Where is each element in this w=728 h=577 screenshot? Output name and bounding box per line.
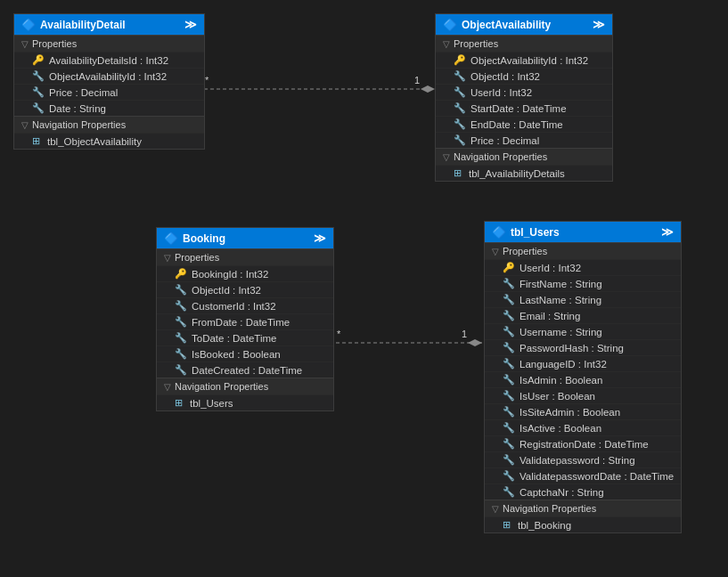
prop-row-todate: 🔧 ToDate : DateTime	[157, 329, 333, 345]
key-icon-bookingid: 🔑	[175, 268, 187, 280]
entity-header-booking: 🔷 Booking ≫	[157, 228, 333, 248]
prop-icon-validatepassworddate: 🔧	[503, 470, 515, 482]
key-icon-objectavailabilityid-oa: 🔑	[454, 54, 466, 66]
prop-icon-languageid: 🔧	[503, 358, 515, 370]
prop-row-validatepassword: 🔧 Validatepassword : String	[485, 451, 681, 467]
prop-icon-userid-oa: 🔧	[454, 86, 466, 98]
svg-text:1: 1	[462, 329, 467, 339]
section-properties-tbl-users: ▽ Properties	[485, 242, 681, 259]
nav-icon-tbl-users-b: ⊞	[175, 397, 185, 409]
prop-icon-username: 🔧	[503, 326, 515, 337]
entity-title-object-availability: ObjectAvailability	[462, 19, 551, 31]
prop-icon-lastname: 🔧	[503, 294, 515, 305]
prop-icon-customerid: 🔧	[175, 300, 187, 312]
prop-row-userid-oa: 🔧 UserId : Int32	[436, 84, 612, 100]
diagram-canvas: * 1 * 1 🔷 AvailabilityDetail ≫ ▽ Propert…	[0, 0, 728, 577]
prop-row-validatepassworddate: 🔧 ValidatepasswordDate : DateTime	[485, 467, 681, 484]
prop-row-price-oa: 🔧 Price : Decimal	[436, 132, 612, 148]
prop-row-passwordhash: 🔧 PasswordHash : String	[485, 339, 681, 355]
svg-marker-7	[468, 339, 482, 346]
svg-marker-3	[421, 85, 435, 93]
prop-icon-objectid-oa: 🔧	[454, 70, 466, 82]
entity-object-availability: 🔷 ObjectAvailability ≫ ▽ Properties 🔑 Ob…	[435, 13, 613, 182]
prop-row-objectid-oa: 🔧 ObjectId : Int32	[436, 68, 612, 84]
section-navprops-object-availability: ▽ Navigation Properties	[436, 148, 612, 165]
prop-icon-startdate-oa: 🔧	[454, 102, 466, 114]
entity-icon-object-availability: 🔷	[443, 18, 457, 31]
prop-row-issiteadmin: 🔧 IsSiteAdmin : Boolean	[485, 403, 681, 419]
entity-icon-tbl-users: 🔷	[492, 225, 506, 239]
prop-row-fromdate: 🔧 FromDate : DateTime	[157, 313, 333, 329]
section-properties-object-availability: ▽ Properties	[436, 35, 612, 52]
expand-icon-object-availability[interactable]: ≫	[593, 18, 605, 31]
prop-row-enddate-oa: 🔧 EndDate : DateTime	[436, 116, 612, 132]
expand-icon-booking[interactable]: ≫	[314, 232, 326, 245]
nav-icon-tbl-objectavailability: ⊞	[32, 135, 43, 147]
prop-row-firstname: 🔧 FirstName : String	[485, 275, 681, 291]
expand-icon-availability-detail[interactable]: ≫	[184, 18, 197, 31]
prop-icon-isuser: 🔧	[503, 390, 515, 402]
key-icon-availabilitydetailsid: 🔑	[32, 54, 45, 66]
prop-row-email: 🔧 Email : String	[485, 307, 681, 323]
prop-row-captchanr: 🔧 CaptchaNr : String	[485, 484, 681, 500]
prop-row-price-ad: 🔧 Price : Decimal	[14, 84, 204, 100]
prop-icon-objectid-b: 🔧	[175, 284, 187, 296]
section-properties-booking: ▽ Properties	[157, 248, 333, 265]
prop-row-languageid: 🔧 LanguageID : Int32	[485, 355, 681, 371]
navprop-row-tbl-availabilitydetails: ⊞ tbl_AvailabilityDetails	[436, 165, 612, 181]
prop-row-isactive: 🔧 IsActive : Boolean	[485, 419, 681, 435]
key-icon-userid-u: 🔑	[503, 262, 515, 273]
prop-row-isbooked: 🔧 IsBooked : Boolean	[157, 345, 333, 362]
prop-icon-fromdate: 🔧	[175, 316, 187, 328]
prop-row-objectid-b: 🔧 ObjectId : Int32	[157, 281, 333, 297]
section-navprops-tbl-users: ▽ Navigation Properties	[485, 500, 681, 516]
prop-row-bookingid: 🔑 BookingId : Int32	[157, 265, 333, 281]
prop-icon-registrationdate: 🔧	[503, 438, 515, 450]
section-properties-availability-detail: ▽ Properties	[14, 35, 204, 52]
svg-text:*: *	[205, 75, 209, 85]
prop-icon-captchanr: 🔧	[503, 486, 515, 498]
prop-row-date-ad: 🔧 Date : String	[14, 100, 204, 116]
entity-tbl-users: 🔷 tbl_Users ≫ ▽ Properties 🔑 UserId : In…	[484, 221, 682, 533]
prop-row-registrationdate: 🔧 RegistrationDate : DateTime	[485, 435, 681, 451]
prop-icon-isbooked: 🔧	[175, 348, 187, 360]
prop-row-startdate-oa: 🔧 StartDate : DateTime	[436, 100, 612, 116]
prop-icon-objectavailabilityid-ad: 🔧	[32, 70, 45, 82]
prop-icon-enddate-oa: 🔧	[454, 118, 466, 130]
prop-row-isuser: 🔧 IsUser : Boolean	[485, 387, 681, 403]
prop-row-availabilitydetailsid: 🔑 AvailabilityDetailsId : Int32	[14, 52, 204, 68]
entity-title-tbl-users: tbl_Users	[511, 226, 560, 239]
prop-icon-price-ad: 🔧	[32, 86, 45, 98]
prop-row-customerid: 🔧 CustomerId : Int32	[157, 297, 333, 313]
nav-icon-tbl-booking: ⊞	[503, 519, 513, 531]
prop-icon-isactive: 🔧	[503, 422, 515, 434]
prop-icon-todate: 🔧	[175, 332, 187, 344]
navprop-row-tbl-objectavailability: ⊞ tbl_ObjectAvailability	[14, 133, 204, 149]
prop-row-username: 🔧 Username : String	[485, 323, 681, 339]
navprop-row-tbl-users-b: ⊞ tbl_Users	[157, 394, 333, 410]
entity-booking: 🔷 Booking ≫ ▽ Properties 🔑 BookingId : I…	[156, 227, 334, 411]
prop-icon-firstname: 🔧	[503, 278, 515, 289]
expand-icon-tbl-users[interactable]: ≫	[661, 225, 674, 239]
prop-icon-passwordhash: 🔧	[503, 342, 515, 354]
entity-icon-availability-detail: 🔷	[21, 18, 36, 31]
prop-icon-isadmin: 🔧	[503, 374, 515, 386]
prop-row-userid-u: 🔑 UserId : Int32	[485, 259, 681, 275]
prop-row-lastname: 🔧 LastName : String	[485, 291, 681, 307]
prop-icon-email: 🔧	[503, 310, 515, 321]
entity-icon-booking: 🔷	[164, 232, 178, 245]
navprop-row-tbl-booking: ⊞ tbl_Booking	[485, 516, 681, 532]
entity-title-availability-detail: AvailabilityDetail	[40, 19, 126, 31]
entity-availability-detail: 🔷 AvailabilityDetail ≫ ▽ Properties 🔑 Av…	[13, 13, 205, 150]
prop-icon-price-oa: 🔧	[454, 134, 466, 146]
entity-header-object-availability: 🔷 ObjectAvailability ≫	[436, 14, 612, 35]
prop-icon-issiteadmin: 🔧	[503, 406, 515, 418]
entity-header-availability-detail: 🔷 AvailabilityDetail ≫	[14, 14, 204, 35]
prop-icon-date-ad: 🔧	[32, 102, 45, 114]
prop-row-datecreated: 🔧 DateCreated : DateTime	[157, 362, 333, 378]
entity-title-booking: Booking	[183, 232, 225, 245]
section-navprops-availability-detail: ▽ Navigation Properties	[14, 116, 204, 133]
nav-icon-tbl-availabilitydetails: ⊞	[454, 167, 464, 179]
svg-text:*: *	[337, 329, 341, 339]
prop-row-objectavailabilityid-oa: 🔑 ObjectAvailabilityId : Int32	[436, 52, 612, 68]
